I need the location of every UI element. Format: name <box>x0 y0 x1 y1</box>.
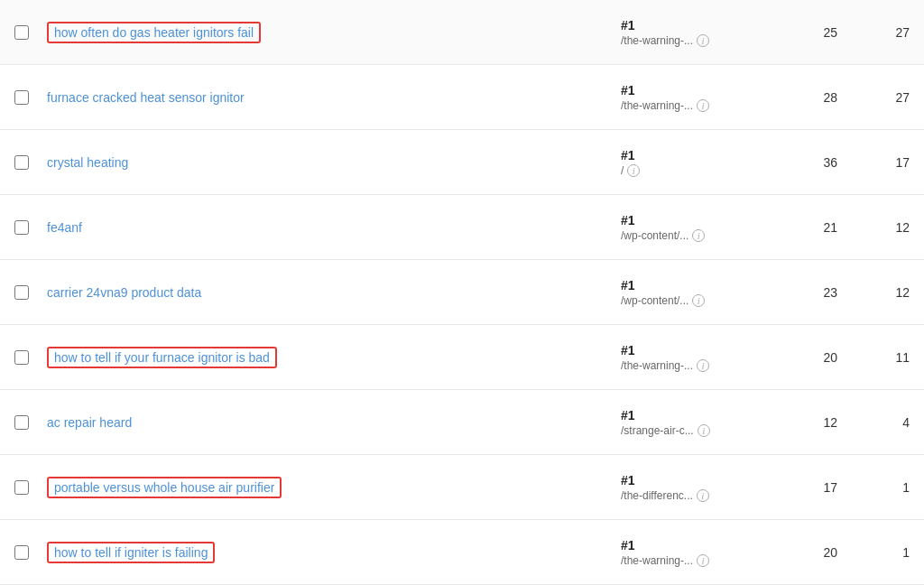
clicks-value: 11 <box>895 350 910 365</box>
keyword-link[interactable]: carrier 24vna9 product data <box>47 285 201 300</box>
row-checkbox[interactable] <box>14 415 29 430</box>
position-col: #1/the-warning-...i <box>621 83 765 112</box>
position-col: #1/i <box>621 148 765 177</box>
position-url-text: /the-differenc... <box>621 489 693 502</box>
clicks-value: 12 <box>895 285 910 300</box>
keyword-link[interactable]: ac repair heard <box>47 415 132 430</box>
table-row: fe4anf#1/wp-content/...i2112 <box>0 195 924 260</box>
row-checkbox[interactable] <box>14 350 29 365</box>
volume-col: 36 <box>765 155 837 170</box>
table-row: ac repair heard#1/strange-air-c...i124 <box>0 390 924 455</box>
keyword-link[interactable]: how to tell if igniter is failing <box>47 542 215 563</box>
volume-value: 12 <box>823 415 837 430</box>
clicks-value: 17 <box>895 155 910 170</box>
volume-value: 17 <box>823 480 837 495</box>
clicks-value: 1 <box>902 545 910 560</box>
table-row: carrier 24vna9 product data#1/wp-content… <box>0 260 924 325</box>
info-icon[interactable]: i <box>697 99 709 112</box>
info-icon[interactable]: i <box>627 164 640 177</box>
position-url-row: /the-warning-...i <box>621 359 765 372</box>
table-row: furnace cracked heat sensor ignitor#1/th… <box>0 65 924 130</box>
keyword-col: how to tell if igniter is failing <box>47 542 621 563</box>
row-checkbox[interactable] <box>14 155 29 170</box>
checkbox-col <box>14 350 47 365</box>
keyword-col: how often do gas heater ignitors fail <box>47 22 621 43</box>
row-checkbox[interactable] <box>14 25 29 40</box>
row-checkbox[interactable] <box>14 545 29 560</box>
table-row: crystal heating#1/i3617 <box>0 130 924 195</box>
row-checkbox[interactable] <box>14 480 29 495</box>
checkbox-col <box>14 545 47 560</box>
table-row: how to tell if your furnace ignitor is b… <box>0 325 924 390</box>
clicks-value: 1 <box>902 480 910 495</box>
clicks-col: 12 <box>837 285 910 300</box>
position-col: #1/the-warning-...i <box>621 18 765 47</box>
position-url-row: /the-warning-...i <box>621 99 765 112</box>
clicks-col: 12 <box>837 220 910 235</box>
keyword-col: fe4anf <box>47 220 621 235</box>
keyword-table: how often do gas heater ignitors fail#1/… <box>0 0 924 585</box>
table-row: how to tell if igniter is failing#1/the-… <box>0 520 924 585</box>
position-col: #1/wp-content/...i <box>621 213 765 242</box>
keyword-link[interactable]: fe4anf <box>47 220 82 235</box>
row-checkbox[interactable] <box>14 285 29 300</box>
info-icon[interactable]: i <box>697 489 709 502</box>
checkbox-col <box>14 415 47 430</box>
checkbox-col <box>14 25 47 40</box>
volume-value: 21 <box>823 220 837 235</box>
clicks-col: 1 <box>837 545 910 560</box>
position-url-text: / <box>621 164 624 177</box>
position-col: #1/the-warning-...i <box>621 343 765 372</box>
position-rank: #1 <box>621 278 765 292</box>
info-icon[interactable]: i <box>697 359 709 372</box>
position-url-row: /i <box>621 164 765 177</box>
volume-value: 20 <box>823 545 837 560</box>
clicks-col: 17 <box>837 155 910 170</box>
info-icon[interactable]: i <box>697 554 709 567</box>
clicks-value: 27 <box>895 25 910 40</box>
position-url-text: /the-warning-... <box>621 359 693 372</box>
volume-col: 23 <box>765 285 837 300</box>
volume-col: 17 <box>765 480 837 495</box>
position-col: #1/wp-content/...i <box>621 278 765 307</box>
keyword-col: portable versus whole house air purifier <box>47 477 621 498</box>
info-icon[interactable]: i <box>697 34 709 47</box>
keyword-link[interactable]: how to tell if your furnace ignitor is b… <box>47 347 277 368</box>
row-checkbox[interactable] <box>14 220 29 235</box>
checkbox-col <box>14 285 47 300</box>
checkbox-col <box>14 90 47 105</box>
volume-value: 20 <box>823 350 837 365</box>
row-checkbox[interactable] <box>14 90 29 105</box>
checkbox-col <box>14 220 47 235</box>
volume-value: 36 <box>823 155 837 170</box>
keyword-link[interactable]: how often do gas heater ignitors fail <box>47 22 261 43</box>
position-rank: #1 <box>621 538 765 552</box>
position-url-row: /wp-content/...i <box>621 294 765 307</box>
position-url-text: /wp-content/... <box>621 229 688 242</box>
position-rank: #1 <box>621 83 765 98</box>
position-rank: #1 <box>621 18 765 32</box>
keyword-link[interactable]: furnace cracked heat sensor ignitor <box>47 90 245 105</box>
table-row: how often do gas heater ignitors fail#1/… <box>0 0 924 65</box>
volume-col: 20 <box>765 545 837 560</box>
clicks-col: 27 <box>837 25 910 40</box>
position-rank: #1 <box>621 148 765 162</box>
position-col: #1/strange-air-c...i <box>621 408 765 437</box>
position-url-row: /the-differenc...i <box>621 489 765 502</box>
position-url-text: /the-warning-... <box>621 554 693 567</box>
volume-col: 12 <box>765 415 837 430</box>
position-url-row: /wp-content/...i <box>621 229 765 242</box>
volume-col: 28 <box>765 90 837 105</box>
keyword-col: furnace cracked heat sensor ignitor <box>47 90 621 105</box>
position-rank: #1 <box>621 408 765 422</box>
info-icon[interactable]: i <box>692 229 705 242</box>
keyword-link[interactable]: crystal heating <box>47 155 128 170</box>
clicks-value: 4 <box>902 415 910 430</box>
position-url-row: /the-warning-...i <box>621 34 765 47</box>
volume-value: 28 <box>823 90 837 105</box>
info-icon[interactable]: i <box>698 424 710 437</box>
keyword-col: crystal heating <box>47 155 621 170</box>
keyword-col: how to tell if your furnace ignitor is b… <box>47 347 621 368</box>
keyword-link[interactable]: portable versus whole house air purifier <box>47 477 282 498</box>
info-icon[interactable]: i <box>692 294 705 307</box>
